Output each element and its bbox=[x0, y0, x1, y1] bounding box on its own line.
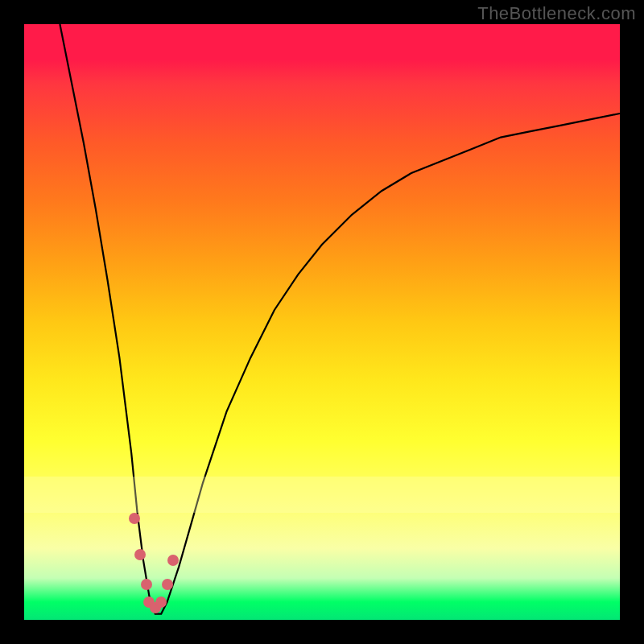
bottleneck-curve bbox=[24, 24, 620, 620]
watermark-text: TheBottleneck.com bbox=[477, 3, 636, 24]
chart-stage: TheBottleneck.com bbox=[0, 0, 644, 644]
curve-marker bbox=[155, 597, 167, 608]
curve-marker bbox=[162, 579, 173, 590]
plot-area bbox=[24, 24, 620, 620]
curve-marker bbox=[134, 549, 146, 560]
curve-marker bbox=[141, 579, 152, 590]
curve-marker bbox=[129, 513, 140, 524]
highlight-band bbox=[24, 477, 620, 512]
curve-marker bbox=[167, 555, 179, 566]
